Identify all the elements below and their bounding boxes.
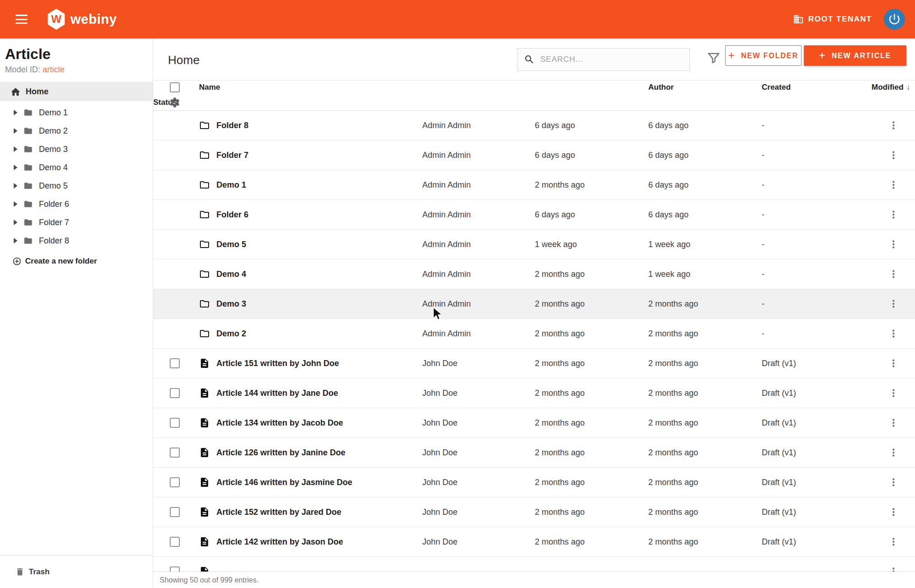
table-row[interactable]: Article 134 written by Jacob Doe John Do… bbox=[153, 408, 915, 438]
row-created: 2 months ago bbox=[535, 388, 648, 398]
filter-button[interactable] bbox=[705, 47, 723, 70]
table-row[interactable]: Article 151 written by John Doe John Doe… bbox=[153, 349, 915, 378]
sidebar-folder-item[interactable]: Demo 2 bbox=[0, 122, 153, 140]
table-row[interactable]: Article 144 written by Jane Doe John Doe… bbox=[153, 378, 915, 408]
search-input[interactable] bbox=[540, 55, 678, 64]
new-article-button[interactable]: + NEW ARTICLE bbox=[804, 45, 906, 66]
table-row[interactable]: Folder 7 Admin Admin 6 days ago 6 days a… bbox=[153, 140, 915, 170]
table-row[interactable]: Demo 1 Admin Admin 2 months ago 6 days a… bbox=[153, 170, 915, 200]
row-name[interactable]: Article 146 written by Jasmine Doe bbox=[216, 478, 422, 487]
row-actions-button[interactable] bbox=[888, 566, 899, 572]
row-checkbox[interactable] bbox=[170, 358, 180, 368]
user-avatar[interactable] bbox=[884, 9, 905, 30]
table-row[interactable]: Demo 3 Admin Admin 2 months ago 2 months… bbox=[153, 289, 915, 319]
trash-label: Trash bbox=[29, 567, 49, 577]
row-name[interactable]: Demo 1 bbox=[216, 180, 422, 190]
row-actions-button[interactable] bbox=[888, 387, 899, 399]
row-name[interactable]: Article 152 written by Jared Doe bbox=[216, 507, 422, 517]
row-checkbox[interactable] bbox=[170, 448, 180, 458]
file-document-icon bbox=[199, 388, 210, 399]
folder-outline-icon bbox=[199, 179, 210, 190]
table-row[interactable] bbox=[153, 557, 915, 572]
sidebar-folder-item[interactable]: Demo 1 bbox=[0, 103, 153, 122]
column-header-created[interactable]: Created bbox=[762, 83, 872, 92]
sidebar-folder-item[interactable]: Demo 3 bbox=[0, 140, 153, 158]
new-folder-button[interactable]: + NEW FOLDER bbox=[725, 45, 802, 66]
row-actions-button[interactable] bbox=[888, 209, 899, 221]
row-actions-button[interactable] bbox=[888, 298, 899, 310]
webiny-logo[interactable]: W webiny bbox=[47, 9, 117, 30]
tenant-selector[interactable]: ROOT TENANT bbox=[793, 14, 872, 25]
create-folder-button[interactable]: Create a new folder bbox=[0, 257, 153, 266]
row-name[interactable]: Article 134 written by Jacob Doe bbox=[216, 418, 422, 428]
table-row[interactable]: Demo 2 Admin Admin 2 months ago 2 months… bbox=[153, 319, 915, 349]
row-name[interactable]: Demo 3 bbox=[216, 299, 422, 309]
row-name[interactable]: Demo 5 bbox=[216, 240, 422, 249]
chevron-right-icon[interactable] bbox=[14, 201, 17, 207]
row-name[interactable]: Folder 8 bbox=[216, 121, 422, 130]
row-checkbox[interactable] bbox=[170, 418, 180, 428]
chevron-right-icon[interactable] bbox=[14, 165, 17, 170]
row-actions-button[interactable] bbox=[888, 179, 899, 191]
trash-button[interactable]: Trash bbox=[0, 555, 153, 588]
table-row[interactable]: Article 126 written by Janine Doe John D… bbox=[153, 438, 915, 468]
table-row[interactable]: Article 142 written by Jason Doe John Do… bbox=[153, 527, 915, 557]
row-actions-button[interactable] bbox=[888, 149, 899, 161]
row-name[interactable]: Folder 7 bbox=[216, 151, 422, 160]
table-row[interactable]: Folder 6 Admin Admin 6 days ago 6 days a… bbox=[153, 200, 915, 230]
row-actions-button[interactable] bbox=[888, 268, 899, 280]
column-header-author[interactable]: Author bbox=[648, 83, 762, 92]
plus-icon: + bbox=[728, 49, 736, 62]
row-checkbox[interactable] bbox=[170, 507, 180, 517]
table-row[interactable]: Folder 8 Admin Admin 6 days ago 6 days a… bbox=[153, 111, 915, 140]
row-actions-button[interactable] bbox=[888, 536, 899, 548]
sidebar-folder-item[interactable]: Demo 5 bbox=[0, 177, 153, 195]
column-header-status[interactable]: Status bbox=[153, 98, 170, 107]
row-checkbox[interactable] bbox=[170, 477, 180, 487]
table-row[interactable]: Demo 5 Admin Admin 1 week ago 1 week ago… bbox=[153, 230, 915, 259]
row-actions-button[interactable] bbox=[888, 238, 899, 250]
row-name[interactable]: Demo 4 bbox=[216, 270, 422, 279]
sidebar-folder-item[interactable]: Folder 6 bbox=[0, 195, 153, 213]
row-actions-button[interactable] bbox=[888, 506, 899, 518]
row-modified: 2 months ago bbox=[648, 388, 762, 398]
row-actions-button[interactable] bbox=[888, 328, 899, 340]
table-row[interactable]: Article 152 written by Jared Doe John Do… bbox=[153, 497, 915, 527]
chevron-right-icon[interactable] bbox=[14, 183, 17, 189]
row-checkbox[interactable] bbox=[170, 566, 180, 572]
model-id-value[interactable]: article bbox=[43, 65, 65, 74]
sidebar-item-home[interactable]: Home bbox=[0, 82, 153, 101]
column-header-name[interactable]: Name bbox=[199, 83, 422, 92]
chevron-right-icon[interactable] bbox=[14, 110, 17, 115]
row-actions-button[interactable] bbox=[888, 447, 899, 459]
row-checkbox[interactable] bbox=[170, 537, 180, 547]
row-modified: 2 months ago bbox=[648, 299, 762, 309]
row-author: John Doe bbox=[422, 359, 535, 368]
row-name[interactable]: Article 144 written by Jane Doe bbox=[216, 388, 422, 398]
row-actions-button[interactable] bbox=[888, 476, 899, 488]
hamburger-menu-icon[interactable] bbox=[16, 15, 27, 24]
chevron-right-icon[interactable] bbox=[14, 128, 17, 134]
row-actions-button[interactable] bbox=[888, 357, 899, 369]
column-header-modified[interactable]: Modified↓ bbox=[872, 83, 915, 92]
row-actions-button[interactable] bbox=[888, 417, 899, 429]
chevron-right-icon[interactable] bbox=[14, 146, 17, 152]
row-created: 2 months ago bbox=[535, 299, 648, 309]
row-name[interactable]: Article 126 written by Janine Doe bbox=[216, 448, 422, 458]
chevron-right-icon[interactable] bbox=[14, 220, 17, 225]
chevron-right-icon[interactable] bbox=[14, 238, 17, 243]
table-row[interactable]: Article 146 written by Jasmine Doe John … bbox=[153, 468, 915, 497]
sidebar-folder-item[interactable]: Folder 8 bbox=[0, 232, 153, 250]
row-actions-button[interactable] bbox=[888, 119, 899, 131]
table-row[interactable]: Demo 4 Admin Admin 2 months ago 1 week a… bbox=[153, 259, 915, 289]
row-name[interactable]: Folder 6 bbox=[216, 210, 422, 220]
row-modified: 2 months ago bbox=[648, 507, 762, 517]
select-all-checkbox[interactable] bbox=[170, 82, 180, 92]
table-settings-button[interactable] bbox=[169, 97, 181, 108]
sidebar-folder-item[interactable]: Folder 7 bbox=[0, 213, 153, 232]
row-name[interactable]: Article 142 written by Jason Doe bbox=[216, 537, 422, 547]
row-name[interactable]: Article 151 written by John Doe bbox=[216, 359, 422, 368]
sidebar-folder-item[interactable]: Demo 4 bbox=[0, 158, 153, 177]
row-checkbox[interactable] bbox=[170, 388, 180, 398]
row-name[interactable]: Demo 2 bbox=[216, 329, 422, 339]
